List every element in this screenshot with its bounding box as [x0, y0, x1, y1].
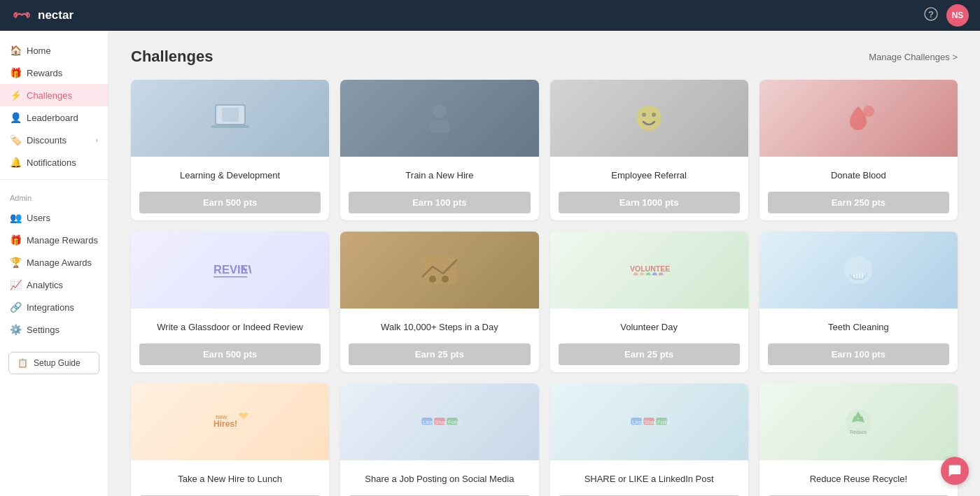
- svg-point-18: [844, 256, 872, 284]
- sidebar-divider: [0, 179, 108, 180]
- rewards-icon: 🎁: [10, 67, 21, 78]
- sidebar-item-manage-awards[interactable]: 🏆 Manage Awards: [0, 251, 108, 274]
- challenge-card-volunteer[interactable]: VOLUNTEER Volunteer Day Earn 25 pts: [550, 232, 748, 372]
- svg-point-16: [442, 276, 449, 283]
- home-icon: 🏠: [10, 45, 21, 56]
- leaderboard-icon: 👤: [10, 112, 21, 123]
- challenge-card-steps[interactable]: Walk 10,000+ Steps in a Day Earn 25 pts: [340, 232, 538, 372]
- sidebar-item-label: Analytics: [27, 280, 63, 290]
- challenge-card-teeth-cleaning[interactable]: Teeth Cleaning Earn 100 pts: [760, 232, 958, 372]
- sidebar-item-settings[interactable]: ⚙️ Settings: [0, 318, 108, 341]
- card-body: SHARE or LIKE a LinkedIn Post Earn 25 pt…: [550, 460, 748, 496]
- chat-bubble-button[interactable]: [941, 457, 969, 485]
- svg-text:?: ?: [928, 9, 934, 20]
- card-image: [340, 80, 538, 157]
- challenge-card-social-media[interactable]: Like Share Follow Share a Job Posting on…: [340, 383, 538, 496]
- card-image: [340, 232, 538, 309]
- sidebar-item-label: Notifications: [27, 157, 76, 168]
- setup-guide-label: Setup Guide: [34, 358, 80, 368]
- card-title: Write a Glassdoor or Indeed Review: [139, 316, 321, 338]
- sidebar-item-rewards[interactable]: 🎁 Rewards: [0, 62, 108, 84]
- card-body: Donate Blood Earn 250 pts: [760, 157, 958, 220]
- analytics-icon: 📈: [10, 279, 21, 290]
- app-logo[interactable]: nectar: [11, 5, 74, 26]
- user-avatar[interactable]: NS: [946, 4, 969, 27]
- sidebar-item-notifications[interactable]: 🔔 Notifications: [0, 151, 108, 173]
- svg-text:Follow: Follow: [657, 419, 670, 425]
- card-body: Employee Referral Earn 1000 pts: [550, 157, 748, 220]
- users-icon: 👥: [10, 212, 21, 223]
- earn-points-button[interactable]: Earn 500 pts: [139, 192, 321, 213]
- svg-point-9: [642, 113, 646, 117]
- setup-guide-button[interactable]: 📋 Setup Guide: [8, 352, 99, 374]
- main-content: Challenges Manage Challenges > Learning …: [108, 31, 980, 496]
- card-title: Train a New Hire: [349, 164, 530, 186]
- sidebar-item-leaderboard[interactable]: 👤 Leaderboard: [0, 106, 108, 129]
- svg-text:Reduce: Reduce: [850, 430, 867, 434]
- sidebar-item-analytics[interactable]: 📈 Analytics: [0, 274, 108, 296]
- challenge-card-linkedin[interactable]: Like Share Follow SHARE or LIKE a Linked…: [550, 383, 748, 496]
- earn-points-button[interactable]: Earn 500 pts: [139, 343, 321, 365]
- card-image: [550, 80, 748, 157]
- card-title: Walk 10,000+ Steps in a Day: [349, 316, 530, 338]
- challenges-icon: ⚡: [10, 90, 21, 101]
- help-icon[interactable]: ?: [924, 7, 938, 24]
- card-body: Take a New Hire to Lunch Earn 100 pts: [131, 460, 329, 496]
- earn-points-button[interactable]: Earn 25 pts: [349, 343, 530, 365]
- manage-challenges-link[interactable]: Manage Challenges >: [869, 52, 958, 62]
- sidebar-item-manage-rewards[interactable]: 🎁 Manage Rewards: [0, 229, 108, 251]
- sidebar-item-discounts[interactable]: 🏷️ Discounts ›: [0, 129, 108, 151]
- challenge-card-donate-blood[interactable]: Donate Blood Earn 250 pts: [760, 80, 958, 220]
- card-title: SHARE or LIKE a LinkedIn Post: [559, 467, 740, 490]
- app-name: nectar: [38, 8, 74, 22]
- topnav-right: ? NS: [924, 4, 969, 27]
- admin-section-label: Admin: [0, 191, 108, 206]
- svg-rect-7: [429, 120, 450, 133]
- card-title: Teeth Cleaning: [768, 316, 949, 338]
- svg-rect-4: [211, 125, 249, 128]
- challenge-card-train-new-hire[interactable]: Train a New Hire Earn 100 pts: [340, 80, 538, 220]
- card-image: VOLUNTEER: [550, 232, 748, 309]
- svg-text:Follow: Follow: [448, 419, 461, 425]
- sidebar-item-label: Manage Rewards: [27, 235, 98, 246]
- challenge-card-glassdoor[interactable]: REVIEW Write a Glassdoor or Indeed Revie…: [131, 232, 329, 372]
- card-body: Volunteer Day Earn 25 pts: [550, 309, 748, 372]
- sidebar-item-label: Manage Awards: [27, 257, 92, 268]
- card-image: Like Share Follow: [340, 383, 538, 460]
- sidebar-item-home[interactable]: 🏠 Home: [0, 39, 108, 62]
- sidebar-item-label: Integrations: [27, 302, 74, 313]
- challenge-card-new-hire-lunch[interactable]: new Hires! Take a New Hire to Lunch Earn…: [131, 383, 329, 496]
- manage-rewards-icon: 🎁: [10, 234, 21, 246]
- integrations-icon: 🔗: [10, 302, 21, 313]
- card-image: Like Share Follow: [550, 383, 748, 460]
- card-image: [760, 232, 958, 309]
- card-title: Learning & Development: [139, 164, 321, 186]
- card-image: new Hires!: [131, 383, 329, 460]
- chevron-right-icon: ›: [96, 136, 98, 144]
- card-title: Volunteer Day: [559, 316, 740, 338]
- card-image: REVIEW: [131, 232, 329, 309]
- challenge-card-learning-dev[interactable]: Learning & Development Earn 500 pts: [131, 80, 329, 220]
- challenge-card-employee-referral[interactable]: Employee Referral Earn 1000 pts: [550, 80, 748, 220]
- svg-point-10: [652, 113, 656, 117]
- svg-text:Like: Like: [632, 419, 642, 425]
- earn-points-button[interactable]: Earn 1000 pts: [559, 192, 740, 213]
- earn-points-button[interactable]: Earn 100 pts: [349, 192, 530, 213]
- challenges-grid: Learning & Development Earn 500 pts Trai…: [131, 80, 958, 496]
- challenge-card-recycle[interactable]: Reduce Reduce Reuse Recycle! Earn 25 pts: [760, 383, 958, 496]
- page-header: Challenges Manage Challenges >: [131, 48, 958, 66]
- sidebar: 🏠 Home 🎁 Rewards ⚡ Challenges 👤 Leaderbo…: [0, 31, 108, 496]
- earn-points-button[interactable]: Earn 250 pts: [768, 192, 949, 213]
- svg-text:VOLUNTEER: VOLUNTEER: [630, 264, 670, 273]
- setup-guide-icon: 📋: [18, 358, 28, 368]
- card-title: Donate Blood: [768, 164, 949, 186]
- earn-points-button[interactable]: Earn 100 pts: [768, 343, 949, 365]
- earn-points-button[interactable]: Earn 25 pts: [559, 343, 740, 365]
- sidebar-item-users[interactable]: 👥 Users: [0, 206, 108, 229]
- card-image: [131, 80, 329, 157]
- sidebar-item-integrations[interactable]: 🔗 Integrations: [0, 296, 108, 318]
- card-body: Walk 10,000+ Steps in a Day Earn 25 pts: [340, 309, 538, 372]
- settings-icon: ⚙️: [10, 324, 21, 335]
- sidebar-item-challenges[interactable]: ⚡ Challenges: [0, 84, 108, 106]
- sidebar-item-label: Settings: [27, 325, 59, 335]
